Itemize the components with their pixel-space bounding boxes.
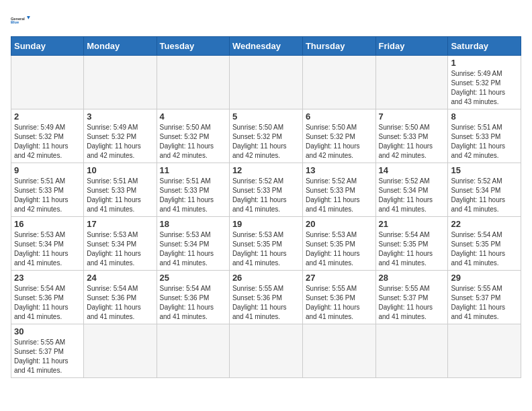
calendar-cell: [84, 324, 157, 378]
calendar-cell: 12Sunrise: 5:52 AM Sunset: 5:33 PM Dayli…: [229, 163, 302, 217]
day-number: 16: [14, 219, 81, 229]
day-info: Sunrise: 5:50 AM Sunset: 5:32 PM Dayligh…: [232, 123, 300, 161]
calendar-cell: 4Sunrise: 5:50 AM Sunset: 5:32 PM Daylig…: [157, 109, 229, 163]
calendar-cell: 23Sunrise: 5:54 AM Sunset: 5:36 PM Dayli…: [11, 271, 84, 324]
calendar-week-4: 16Sunrise: 5:53 AM Sunset: 5:34 PM Dayli…: [11, 217, 521, 271]
calendar-week-1: 1Sunrise: 5:49 AM Sunset: 5:32 PM Daylig…: [11, 56, 521, 109]
day-info: Sunrise: 5:50 AM Sunset: 5:32 PM Dayligh…: [160, 123, 226, 161]
day-number: 21: [379, 219, 445, 229]
calendar-cell: 5Sunrise: 5:50 AM Sunset: 5:32 PM Daylig…: [229, 109, 302, 163]
day-number: 5: [232, 111, 300, 122]
calendar-header-row: SundayMondayTuesdayWednesdayThursdayFrid…: [11, 37, 521, 56]
calendar-cell: 2Sunrise: 5:49 AM Sunset: 5:32 PM Daylig…: [11, 109, 84, 163]
day-info: Sunrise: 5:54 AM Sunset: 5:36 PM Dayligh…: [14, 284, 81, 322]
calendar-cell: 15Sunrise: 5:52 AM Sunset: 5:34 PM Dayli…: [448, 163, 521, 217]
day-number: 30: [14, 326, 81, 336]
calendar-cell: [448, 324, 521, 378]
day-info: Sunrise: 5:51 AM Sunset: 5:33 PM Dayligh…: [87, 177, 153, 214]
day-info: Sunrise: 5:55 AM Sunset: 5:36 PM Dayligh…: [306, 284, 373, 322]
day-info: Sunrise: 5:54 AM Sunset: 5:36 PM Dayligh…: [87, 284, 153, 322]
calendar-cell: 24Sunrise: 5:54 AM Sunset: 5:36 PM Dayli…: [84, 271, 157, 324]
calendar-cell: [11, 56, 84, 109]
calendar-cell: 27Sunrise: 5:55 AM Sunset: 5:36 PM Dayli…: [302, 271, 375, 324]
calendar-cell: 18Sunrise: 5:53 AM Sunset: 5:34 PM Dayli…: [157, 217, 229, 271]
calendar-cell: 19Sunrise: 5:53 AM Sunset: 5:35 PM Dayli…: [229, 217, 302, 271]
day-info: Sunrise: 5:53 AM Sunset: 5:34 PM Dayligh…: [160, 230, 226, 268]
day-number: 4: [160, 111, 226, 122]
day-number: 29: [451, 273, 518, 283]
calendar-cell: 11Sunrise: 5:51 AM Sunset: 5:33 PM Dayli…: [157, 163, 229, 217]
calendar-cell: 28Sunrise: 5:55 AM Sunset: 5:37 PM Dayli…: [375, 271, 448, 324]
calendar-weekday-saturday: Saturday: [448, 37, 521, 56]
calendar-week-5: 23Sunrise: 5:54 AM Sunset: 5:36 PM Dayli…: [11, 271, 521, 324]
calendar-cell: 7Sunrise: 5:50 AM Sunset: 5:33 PM Daylig…: [375, 109, 448, 163]
svg-text:Blue: Blue: [11, 20, 19, 24]
day-info: Sunrise: 5:52 AM Sunset: 5:33 PM Dayligh…: [232, 177, 300, 214]
day-info: Sunrise: 5:50 AM Sunset: 5:32 PM Dayligh…: [306, 123, 373, 161]
calendar-cell: 3Sunrise: 5:49 AM Sunset: 5:32 PM Daylig…: [84, 109, 157, 163]
day-number: 15: [451, 165, 518, 175]
day-info: Sunrise: 5:55 AM Sunset: 5:37 PM Dayligh…: [451, 284, 518, 322]
calendar-cell: [84, 56, 157, 109]
day-info: Sunrise: 5:54 AM Sunset: 5:35 PM Dayligh…: [379, 230, 445, 268]
day-number: 11: [160, 165, 226, 175]
calendar-week-6: 30Sunrise: 5:55 AM Sunset: 5:37 PM Dayli…: [11, 324, 521, 378]
day-number: 27: [306, 273, 373, 283]
calendar-cell: 16Sunrise: 5:53 AM Sunset: 5:34 PM Dayli…: [11, 217, 84, 271]
day-number: 1: [451, 58, 518, 68]
day-number: 22: [451, 219, 518, 229]
day-info: Sunrise: 5:52 AM Sunset: 5:34 PM Dayligh…: [451, 177, 518, 214]
calendar-cell: 30Sunrise: 5:55 AM Sunset: 5:37 PM Dayli…: [11, 324, 84, 378]
calendar-week-3: 9Sunrise: 5:51 AM Sunset: 5:33 PM Daylig…: [11, 163, 521, 217]
day-number: 23: [14, 273, 81, 283]
calendar-cell: 9Sunrise: 5:51 AM Sunset: 5:33 PM Daylig…: [11, 163, 84, 217]
day-number: 9: [14, 165, 81, 175]
day-number: 19: [232, 219, 300, 229]
calendar-cell: [229, 324, 302, 378]
day-number: 20: [306, 219, 373, 229]
day-info: Sunrise: 5:51 AM Sunset: 5:33 PM Dayligh…: [451, 123, 518, 161]
calendar-weekday-wednesday: Wednesday: [229, 37, 302, 56]
day-info: Sunrise: 5:52 AM Sunset: 5:34 PM Dayligh…: [379, 177, 445, 214]
calendar-week-2: 2Sunrise: 5:49 AM Sunset: 5:32 PM Daylig…: [11, 109, 521, 163]
day-info: Sunrise: 5:51 AM Sunset: 5:33 PM Dayligh…: [14, 177, 81, 214]
day-info: Sunrise: 5:52 AM Sunset: 5:33 PM Dayligh…: [306, 177, 373, 214]
day-number: 24: [87, 273, 153, 283]
calendar-cell: [229, 56, 302, 109]
svg-marker-2: [27, 16, 30, 19]
day-number: 2: [14, 111, 81, 122]
calendar-cell: [375, 324, 448, 378]
day-number: 25: [160, 273, 226, 283]
calendar-cell: 13Sunrise: 5:52 AM Sunset: 5:33 PM Dayli…: [302, 163, 375, 217]
day-info: Sunrise: 5:53 AM Sunset: 5:34 PM Dayligh…: [14, 230, 81, 268]
day-info: Sunrise: 5:53 AM Sunset: 5:35 PM Dayligh…: [306, 230, 373, 268]
day-number: 14: [379, 165, 445, 175]
day-number: 17: [87, 219, 153, 229]
logo: GeneralBlue: [11, 11, 32, 30]
calendar-table: SundayMondayTuesdayWednesdayThursdayFrid…: [11, 36, 521, 378]
day-info: Sunrise: 5:50 AM Sunset: 5:33 PM Dayligh…: [379, 123, 445, 161]
calendar-weekday-tuesday: Tuesday: [157, 37, 229, 56]
day-number: 26: [232, 273, 300, 283]
day-number: 6: [306, 111, 373, 122]
calendar-cell: [157, 324, 229, 378]
day-info: Sunrise: 5:49 AM Sunset: 5:32 PM Dayligh…: [14, 123, 81, 161]
calendar-cell: 17Sunrise: 5:53 AM Sunset: 5:34 PM Dayli…: [84, 217, 157, 271]
calendar-cell: 21Sunrise: 5:54 AM Sunset: 5:35 PM Dayli…: [375, 217, 448, 271]
day-number: 8: [451, 111, 518, 122]
day-info: Sunrise: 5:54 AM Sunset: 5:36 PM Dayligh…: [160, 284, 226, 322]
day-info: Sunrise: 5:55 AM Sunset: 5:37 PM Dayligh…: [14, 338, 81, 375]
day-number: 18: [160, 219, 226, 229]
calendar-cell: 29Sunrise: 5:55 AM Sunset: 5:37 PM Dayli…: [448, 271, 521, 324]
day-info: Sunrise: 5:54 AM Sunset: 5:35 PM Dayligh…: [451, 230, 518, 268]
calendar-weekday-thursday: Thursday: [302, 37, 375, 56]
day-info: Sunrise: 5:53 AM Sunset: 5:35 PM Dayligh…: [232, 230, 300, 268]
calendar-cell: 14Sunrise: 5:52 AM Sunset: 5:34 PM Dayli…: [375, 163, 448, 217]
day-info: Sunrise: 5:55 AM Sunset: 5:37 PM Dayligh…: [379, 284, 445, 322]
calendar-cell: [375, 56, 448, 109]
calendar-cell: 26Sunrise: 5:55 AM Sunset: 5:36 PM Dayli…: [229, 271, 302, 324]
day-info: Sunrise: 5:53 AM Sunset: 5:34 PM Dayligh…: [87, 230, 153, 268]
calendar-cell: 22Sunrise: 5:54 AM Sunset: 5:35 PM Dayli…: [448, 217, 521, 271]
day-number: 3: [87, 111, 153, 122]
day-number: 12: [232, 165, 300, 175]
